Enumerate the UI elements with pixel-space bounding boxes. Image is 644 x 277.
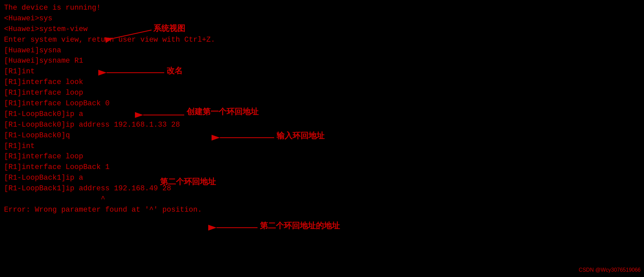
annotation-ann4: 输入环回地址 — [277, 130, 324, 142]
watermark: CSDN @Wcy3076519066 — [579, 266, 641, 274]
annotation-ann5: 第二个环回地址 — [160, 176, 216, 188]
terminal-line: [Huawei]sysname R1 — [4, 56, 640, 66]
terminal-line: [R1-LoopBack0]ip address 192.168.1.33 28 — [4, 120, 640, 130]
terminal-line: Error: Wrong parameter found at '^' posi… — [4, 205, 640, 215]
terminal-line: [R1]interface LoopBack 1 — [4, 162, 640, 173]
terminal-line: [R1]interface look — [4, 77, 640, 88]
annotation-ann3: 创建第一个环回地址 — [187, 106, 259, 118]
annotation-ann2: 改名 — [167, 65, 183, 77]
annotation-ann6: 第二个环回地址的地址 — [260, 220, 340, 232]
terminal-line: [R1]interface loop — [4, 151, 640, 162]
terminal-line: [R1-LoopBack0]ip a — [4, 109, 640, 120]
terminal-line: ^ — [4, 194, 640, 205]
terminal-line: <Huawei>system-view — [4, 24, 640, 35]
terminal-line: [R1-LoopBack1]ip a — [4, 173, 640, 183]
terminal-line: [R1]interface loop — [4, 88, 640, 98]
terminal-line: <Huawei>sys — [4, 13, 640, 24]
terminal-output: The device is running!<Huawei>sys<Huawei… — [4, 3, 640, 215]
annotation-ann1: 系统视图 — [153, 23, 185, 34]
terminal-line: [R1]int — [4, 141, 640, 152]
terminal-line: [R1]int — [4, 66, 640, 77]
terminal-line: [Huawei]sysna — [4, 45, 640, 56]
terminal-line: [R1]interface LoopBack 0 — [4, 98, 640, 109]
terminal-line: [R1-LoopBack1]ip address 192.168.49 28 — [4, 183, 640, 194]
terminal-line: The device is running! — [4, 3, 640, 13]
terminal-line: Enter system view, return user view with… — [4, 35, 640, 45]
